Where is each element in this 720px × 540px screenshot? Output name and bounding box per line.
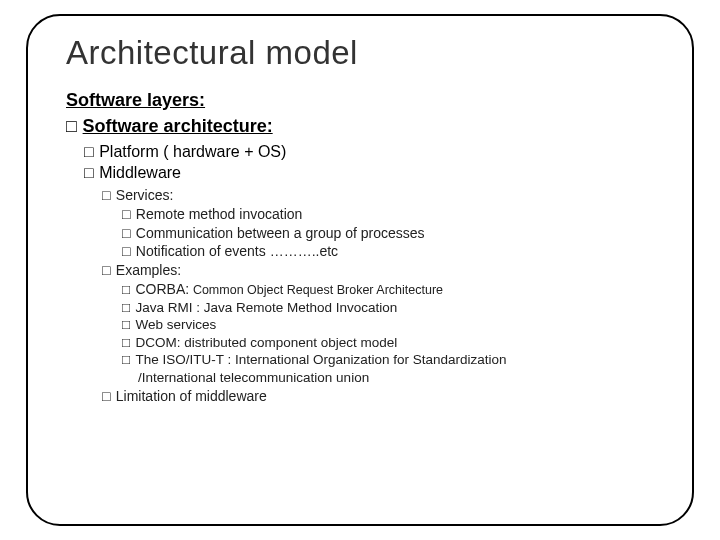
bullet-icon: □ [84,141,95,163]
item-service-comm: □Communication between a group of proces… [66,224,664,243]
label-corba: CORBA: [135,281,189,297]
label-limitation: Limitation of middleware [116,388,267,404]
label-examples: Examples: [116,262,181,278]
bullet-icon: □ [122,205,132,224]
label-service-notif: Notification of events ………..etc [136,243,338,259]
item-platform: □Platform ( hardware + OS) [66,141,664,163]
item-example-corba: □CORBA: Common Object Request Broker Arc… [66,280,664,299]
label-platform: Platform ( hardware + OS) [99,143,286,160]
item-services: □Services: [66,186,664,205]
item-example-dcom: □DCOM: distributed component object mode… [66,334,664,352]
bullet-icon: □ [102,261,112,280]
label-corba-desc: Common Object Request Broker Architectur… [193,283,443,297]
bullet-icon: □ [122,316,131,334]
bullet-icon: □ [122,281,131,299]
bullet-icon: □ [66,114,79,138]
bullet-icon: □ [102,387,112,406]
item-middleware: □Middleware [66,162,664,184]
label-iso-line1: The ISO/ITU-T : International Organizati… [135,352,506,367]
item-example-iso: □The ISO/ITU-T : International Organizat… [66,351,664,369]
slide-frame: Architectural model Software layers: □So… [26,14,694,526]
bullet-icon: □ [122,242,132,261]
label-web: Web services [135,317,216,332]
bullet-icon: □ [84,162,95,184]
item-service-notif: □Notification of events ………..etc [66,242,664,261]
slide-title: Architectural model [66,34,664,72]
item-service-rmi: □Remote method invocation [66,205,664,224]
item-example-java: □Java RMI : Java Remote Method Invocatio… [66,299,664,317]
label-java: Java RMI : Java Remote Method Invocation [135,300,397,315]
item-limitation: □Limitation of middleware [66,387,664,406]
bullet-icon: □ [122,334,131,352]
label-middleware: Middleware [99,164,181,181]
item-software-architecture: □Software architecture: [66,114,664,138]
bullet-icon: □ [122,224,132,243]
label-service-comm: Communication between a group of process… [136,225,425,241]
bullet-icon: □ [122,299,131,317]
bullet-icon: □ [102,186,112,205]
label-software-architecture: Software architecture: [83,116,273,136]
label-service-rmi: Remote method invocation [136,206,303,222]
label-services: Services: [116,187,174,203]
label-dcom: DCOM: distributed component object model [135,335,397,350]
heading-software-layers: Software layers: [66,88,664,112]
item-example-web: □Web services [66,316,664,334]
item-example-iso-cont: /International telecommunication union [66,369,664,387]
item-examples: □Examples: [66,261,664,280]
bullet-icon: □ [122,351,131,369]
